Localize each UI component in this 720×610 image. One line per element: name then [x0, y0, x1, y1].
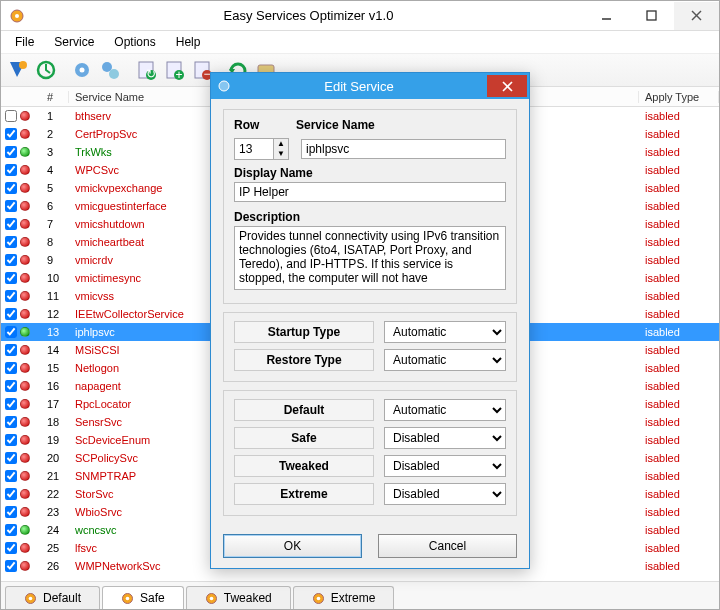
- status-dot-icon: [20, 417, 30, 427]
- apply-type: isabled: [639, 200, 719, 212]
- row-spinner[interactable]: ▲▼: [234, 138, 289, 160]
- apply-type: isabled: [639, 434, 719, 446]
- spin-up-icon[interactable]: ▲: [274, 139, 288, 149]
- description-textarea[interactable]: [234, 226, 506, 290]
- row-number: 15: [41, 362, 69, 374]
- spin-down-icon[interactable]: ▼: [274, 149, 288, 159]
- row-checkbox[interactable]: [5, 416, 17, 428]
- row-checkbox[interactable]: [5, 344, 17, 356]
- row-checkbox[interactable]: [5, 542, 17, 554]
- row-checkbox[interactable]: [5, 236, 17, 248]
- toolbar-btn-6[interactable]: +: [161, 57, 187, 83]
- row-number: 24: [41, 524, 69, 536]
- label-display-name: Display Name: [234, 166, 506, 180]
- apply-type: isabled: [639, 524, 719, 536]
- titlebar: Easy Services Optimizer v1.0: [1, 1, 719, 31]
- svg-point-10: [80, 68, 85, 73]
- tab-tweaked[interactable]: Tweaked: [186, 586, 291, 609]
- row-number: 26: [41, 560, 69, 572]
- svg-point-27: [126, 596, 130, 600]
- status-dot-icon: [20, 183, 30, 193]
- tab-extreme[interactable]: Extreme: [293, 586, 395, 609]
- safe-select[interactable]: Disabled: [384, 427, 506, 449]
- row-checkbox[interactable]: [5, 488, 17, 500]
- row-checkbox[interactable]: [5, 506, 17, 518]
- row-checkbox[interactable]: [5, 308, 17, 320]
- row-checkbox[interactable]: [5, 398, 17, 410]
- svg-point-29: [209, 596, 213, 600]
- minimize-button[interactable]: [584, 2, 629, 30]
- row-checkbox[interactable]: [5, 362, 17, 374]
- status-dot-icon: [20, 363, 30, 373]
- restore-type-select[interactable]: Automatic: [384, 349, 506, 371]
- apply-type: isabled: [639, 452, 719, 464]
- apply-type: isabled: [639, 470, 719, 482]
- row-checkbox[interactable]: [5, 272, 17, 284]
- row-checkbox[interactable]: [5, 110, 17, 122]
- row-number: 19: [41, 434, 69, 446]
- row-checkbox[interactable]: [5, 380, 17, 392]
- row-checkbox[interactable]: [5, 164, 17, 176]
- row-checkbox[interactable]: [5, 470, 17, 482]
- maximize-button[interactable]: [629, 2, 674, 30]
- row-number: 14: [41, 344, 69, 356]
- cancel-button[interactable]: Cancel: [378, 534, 517, 558]
- menu-service[interactable]: Service: [46, 33, 102, 51]
- apply-type: isabled: [639, 146, 719, 158]
- menu-file[interactable]: File: [7, 33, 42, 51]
- dialog-titlebar[interactable]: Edit Service: [211, 73, 529, 99]
- row-number: 8: [41, 236, 69, 248]
- default-select[interactable]: Automatic: [384, 399, 506, 421]
- extreme-select[interactable]: Disabled: [384, 483, 506, 505]
- apply-type: isabled: [639, 236, 719, 248]
- col-header-apply[interactable]: Apply Type: [639, 91, 719, 103]
- apply-type: isabled: [639, 506, 719, 518]
- row-checkbox[interactable]: [5, 326, 17, 338]
- row-checkbox[interactable]: [5, 434, 17, 446]
- row-number: 13: [41, 326, 69, 338]
- toolbar-btn-3[interactable]: [69, 57, 95, 83]
- gear-icon: [312, 592, 325, 605]
- toolbar-btn-2[interactable]: [33, 57, 59, 83]
- ok-button[interactable]: OK: [223, 534, 362, 558]
- row-checkbox[interactable]: [5, 290, 17, 302]
- col-header-num[interactable]: #: [41, 91, 69, 103]
- svg-rect-3: [647, 11, 656, 20]
- row-checkbox[interactable]: [5, 218, 17, 230]
- apply-type: isabled: [639, 326, 719, 338]
- row-checkbox[interactable]: [5, 560, 17, 572]
- row-checkbox[interactable]: [5, 524, 17, 536]
- group-profiles: Default Automatic Safe Disabled Tweaked …: [223, 390, 517, 516]
- row-checkbox[interactable]: [5, 452, 17, 464]
- status-dot-icon: [20, 201, 30, 211]
- tab-default[interactable]: Default: [5, 586, 100, 609]
- row-checkbox[interactable]: [5, 128, 17, 140]
- status-dot-icon: [20, 345, 30, 355]
- menu-options[interactable]: Options: [106, 33, 163, 51]
- close-button[interactable]: [674, 2, 719, 30]
- row-checkbox[interactable]: [5, 254, 17, 266]
- row-input[interactable]: [234, 138, 274, 160]
- startup-type-select[interactable]: Automatic: [384, 321, 506, 343]
- status-dot-icon: [20, 489, 30, 499]
- status-dot-icon: [20, 291, 30, 301]
- toolbar-btn-1[interactable]: [5, 57, 31, 83]
- display-name-input[interactable]: [234, 182, 506, 202]
- row-checkbox[interactable]: [5, 182, 17, 194]
- service-name-input[interactable]: [301, 139, 506, 159]
- label-startup-type: Startup Type: [234, 321, 374, 343]
- dialog-close-button[interactable]: [487, 75, 527, 97]
- apply-type: isabled: [639, 416, 719, 428]
- svg-point-7: [19, 61, 27, 69]
- menu-help[interactable]: Help: [168, 33, 209, 51]
- row-checkbox[interactable]: [5, 200, 17, 212]
- tab-label: Tweaked: [224, 591, 272, 605]
- apply-type: isabled: [639, 110, 719, 122]
- toolbar-btn-5[interactable]: ↻: [133, 57, 159, 83]
- tweaked-select[interactable]: Disabled: [384, 455, 506, 477]
- row-checkbox[interactable]: [5, 146, 17, 158]
- toolbar-btn-4[interactable]: [97, 57, 123, 83]
- tab-safe[interactable]: Safe: [102, 586, 184, 609]
- label-default: Default: [234, 399, 374, 421]
- tab-label: Safe: [140, 591, 165, 605]
